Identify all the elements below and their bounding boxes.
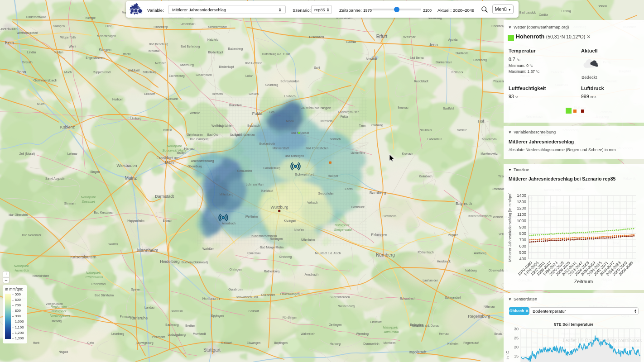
svg-text:Köln: Köln [5, 40, 14, 45]
svg-text:Leisnig: Leisnig [562, 10, 571, 13]
svg-text:Ellwangen: Ellwangen [247, 341, 261, 345]
svg-text:Spessart: Spessart [82, 200, 96, 204]
svg-text:Horb: Horb [33, 341, 40, 344]
svg-text:Bad Neuenahr: Bad Neuenahr [22, 233, 42, 237]
svg-text:Naturpark: Naturpark [167, 144, 183, 148]
svg-text:Monheim: Monheim [383, 341, 396, 344]
svg-text:Hammelburg: Hammelburg [263, 167, 280, 170]
svg-text:Hemau: Hemau [439, 332, 449, 335]
svg-text:Burkardroth: Burkardroth [260, 142, 275, 145]
svg-text:Bad Königshofen: Bad Königshofen [306, 147, 329, 150]
svg-text:Blankenhain: Blankenhain [436, 61, 452, 64]
svg-text:Bad Kissingen: Bad Kissingen [285, 154, 304, 158]
svg-text:Bad Dürkheim: Bad Dürkheim [95, 294, 114, 297]
svg-text:Kaiserslautern: Kaiserslautern [70, 255, 96, 259]
svg-text:Ingolstadt: Ingolstadt [409, 350, 427, 354]
svg-text:Lichtenfels: Lichtenfels [351, 151, 365, 154]
svg-text:Naturpark: Naturpark [14, 264, 29, 268]
svg-text:Sinsheim: Sinsheim [170, 310, 183, 313]
svg-text:Eisenberg: Eisenberg [473, 58, 487, 62]
svg-text:Frankfurt am: Frankfurt am [156, 156, 179, 160]
svg-text:Nürnberg: Nürnberg [376, 252, 395, 257]
svg-text:Schleiz: Schleiz [457, 129, 466, 132]
svg-text:Oettingen: Oettingen [329, 323, 342, 327]
svg-text:-Hunsrück: -Hunsrück [14, 268, 29, 272]
svg-text:Wermelskirchen: Wermelskirchen [16, 31, 38, 34]
svg-text:Hersbruck: Hersbruck [437, 260, 451, 263]
svg-text:Ebern: Ebern [345, 187, 353, 191]
svg-text:Nidda: Nidda [286, 119, 294, 123]
svg-text:Wertheim: Wertheim [245, 215, 258, 218]
svg-text:Gaildorf: Gaildorf [221, 341, 231, 344]
svg-text:Darmstadt: Darmstadt [155, 194, 174, 199]
svg-text:Schwäbisch Hall: Schwäbisch Hall [236, 295, 258, 299]
svg-text:Calw: Calw [87, 341, 94, 344]
svg-text:Bad Berleburg: Bad Berleburg [149, 43, 168, 46]
svg-text:Engelskirchen: Engelskirchen [86, 56, 105, 60]
svg-text:Wiehl: Wiehl [69, 45, 77, 48]
svg-text:Herborn: Herborn [112, 98, 123, 101]
svg-text:Schmalkalden: Schmalkalden [280, 80, 299, 83]
svg-text:Simmern: Simmern [64, 202, 77, 205]
svg-text:Ansbach: Ansbach [304, 272, 318, 276]
svg-text:Mainz: Mainz [125, 176, 137, 181]
svg-text:Usingen: Usingen [230, 133, 241, 137]
svg-text:Gießen: Gießen [249, 92, 259, 95]
svg-text:Eppingen: Eppingen [211, 314, 224, 318]
svg-text:Schwandorf: Schwandorf [445, 296, 461, 299]
svg-text:Idstein: Idstein [163, 129, 172, 132]
svg-text:In °C: In °C [505, 351, 510, 359]
svg-text:Lich: Lich [269, 110, 274, 114]
svg-text:Idar-Oberstein: Idar-Oberstein [9, 213, 28, 216]
svg-text:Heidelberg: Heidelberg [160, 259, 180, 264]
svg-text:Bad Mergentheim: Bad Mergentheim [260, 246, 284, 249]
svg-text:Jena: Jena [429, 43, 438, 47]
svg-text:Seßlach: Seßlach [330, 138, 341, 141]
svg-text:Leonberg: Leonberg [111, 332, 124, 336]
svg-text:Döbeln: Döbeln [598, 5, 607, 8]
svg-text:25: 25 [514, 336, 519, 340]
svg-text:Röttingen: Röttingen [270, 237, 283, 241]
svg-text:Volkach: Volkach [307, 201, 317, 204]
svg-text:Weißenburg: Weißenburg [338, 305, 355, 308]
svg-text:Gotha: Gotha [346, 40, 356, 44]
svg-text:Gemünden: Gemünden [237, 169, 252, 172]
svg-text:Rothenburg: Rothenburg [264, 270, 280, 273]
svg-text:Naturpark: Naturpark [52, 309, 67, 313]
svg-text:Solingen: Solingen [53, 24, 65, 28]
svg-text:Iphofen: Iphofen [294, 228, 304, 232]
svg-text:Karlstadt: Karlstadt [261, 189, 273, 192]
svg-text:Regionaler: Regionaler [51, 305, 67, 309]
svg-text:Regenstauf: Regenstauf [463, 341, 479, 345]
svg-text:Fulda: Fulda [252, 111, 263, 116]
svg-text:Herbstein: Herbstein [320, 119, 333, 123]
svg-text:Naturpark: Naturpark [335, 223, 350, 227]
svg-text:Zeulenroda: Zeulenroda [481, 138, 497, 141]
svg-text:700: 700 [519, 238, 526, 242]
svg-text:Saalfeld: Saalfeld [443, 107, 454, 110]
svg-text:Eschenburg: Eschenburg [168, 74, 185, 78]
svg-text:Altmühltal: Altmühltal [384, 330, 399, 334]
svg-text:Herborn: Herborn [212, 92, 223, 95]
svg-text:Murrhardt: Murrhardt [193, 332, 206, 335]
svg-text:Mannheim: Mannheim [137, 248, 159, 253]
svg-text:Lindlar: Lindlar [27, 51, 37, 54]
svg-text:Neunkirchen: Neunkirchen [32, 274, 49, 277]
svg-text:30: 30 [514, 327, 519, 331]
svg-text:Dillenburg: Dillenburg [143, 71, 156, 74]
svg-text:Kronach: Kronach [402, 152, 413, 155]
svg-text:Aschaffenburg: Aschaffenburg [191, 159, 214, 163]
svg-text:Zell (Mosel): Zell (Mosel) [19, 152, 35, 156]
svg-text:Much: Much [64, 71, 72, 74]
svg-text:Harburg: Harburg [330, 342, 341, 346]
svg-text:Laubach: Laubach [284, 95, 296, 98]
svg-text:Naturpark: Naturpark [81, 195, 96, 199]
svg-text:1400: 1400 [517, 193, 526, 198]
svg-text:Schweinfurt: Schweinfurt [295, 172, 314, 176]
svg-text:Crailsheim: Crailsheim [261, 293, 275, 296]
svg-text:Donauwörth: Donauwörth [363, 342, 380, 345]
svg-text:Lollar: Lollar [245, 74, 253, 77]
svg-text:Finnentrop: Finnentrop [154, 25, 168, 29]
svg-text:Hatzfeld: Hatzfeld [207, 38, 219, 41]
svg-text:Gelnhausen: Gelnhausen [187, 133, 203, 136]
